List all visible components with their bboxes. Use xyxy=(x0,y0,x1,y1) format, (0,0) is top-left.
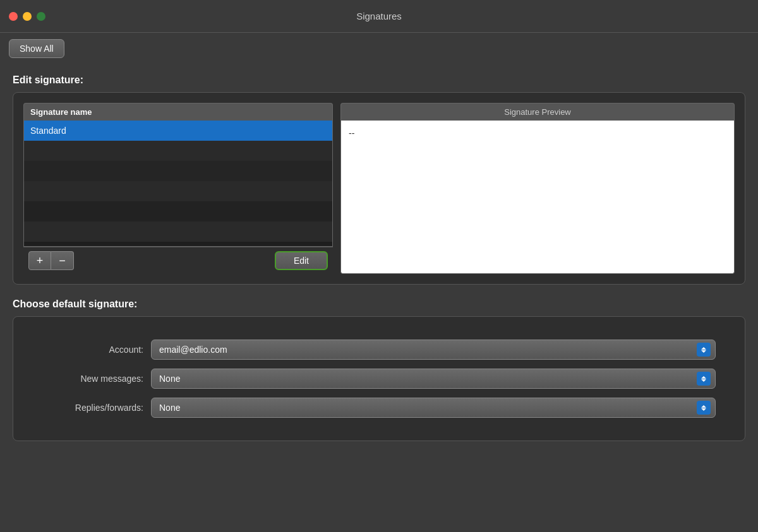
minimize-button[interactable] xyxy=(23,12,32,21)
close-button[interactable] xyxy=(9,12,18,21)
signature-list-item-empty-3 xyxy=(24,181,332,201)
maximize-button[interactable] xyxy=(37,12,45,21)
main-content: Edit signature: Signature name Standard … xyxy=(0,74,758,454)
signature-list-bottom: + − Edit xyxy=(23,247,333,274)
new-messages-label: New messages: xyxy=(42,374,143,384)
window-title: Signatures xyxy=(356,11,402,21)
signature-list-item-standard[interactable]: Standard xyxy=(24,121,332,141)
new-messages-row: New messages: None Standard xyxy=(42,369,716,389)
signature-table-area: Signature name Standard + − Edit xyxy=(23,103,735,274)
signature-preview-header: Signature Preview xyxy=(340,103,735,121)
replies-select[interactable]: None Standard xyxy=(151,398,716,418)
new-messages-select-wrapper: None Standard xyxy=(151,369,716,389)
traffic-lights xyxy=(9,12,45,21)
signature-preview-body: -- xyxy=(340,121,735,274)
add-signature-button[interactable]: + xyxy=(28,251,51,270)
signature-list-item-empty-4 xyxy=(24,201,332,222)
signature-list-buttons: + − xyxy=(28,251,74,270)
titlebar: Signatures xyxy=(0,0,758,33)
default-signature-form: Account: email@edlio.com New messages: xyxy=(23,327,735,430)
signature-preview-content: -- xyxy=(349,128,354,138)
default-signature-title: Choose default signature: xyxy=(13,299,745,310)
signature-list: Standard xyxy=(23,121,333,247)
signature-list-item-empty-2 xyxy=(24,161,332,181)
replies-forwards-row: Replies/forwards: None Standard xyxy=(42,398,716,418)
edit-signature-button[interactable]: Edit xyxy=(275,251,328,270)
signature-list-header: Signature name xyxy=(23,103,333,121)
replies-label: Replies/forwards: xyxy=(42,403,143,413)
edit-signature-panel: Signature name Standard + − Edit xyxy=(13,92,745,285)
account-select[interactable]: email@edlio.com xyxy=(151,340,716,360)
edit-signature-title: Edit signature: xyxy=(13,74,745,86)
toolbar: Show All xyxy=(0,33,758,64)
account-row: Account: email@edlio.com xyxy=(42,340,716,360)
signature-preview-container: Signature Preview -- xyxy=(340,103,735,274)
signature-list-container: Signature name Standard + − Edit xyxy=(23,103,333,274)
signature-list-item-empty-5 xyxy=(24,222,332,242)
new-messages-select[interactable]: None Standard xyxy=(151,369,716,389)
account-label: Account: xyxy=(42,345,143,355)
account-select-wrapper: email@edlio.com xyxy=(151,340,716,360)
remove-signature-button[interactable]: − xyxy=(51,251,74,270)
signature-list-item-empty-1 xyxy=(24,141,332,161)
default-signature-panel: Account: email@edlio.com New messages: xyxy=(13,316,745,441)
replies-select-wrapper: None Standard xyxy=(151,398,716,418)
show-all-button[interactable]: Show All xyxy=(9,39,64,58)
